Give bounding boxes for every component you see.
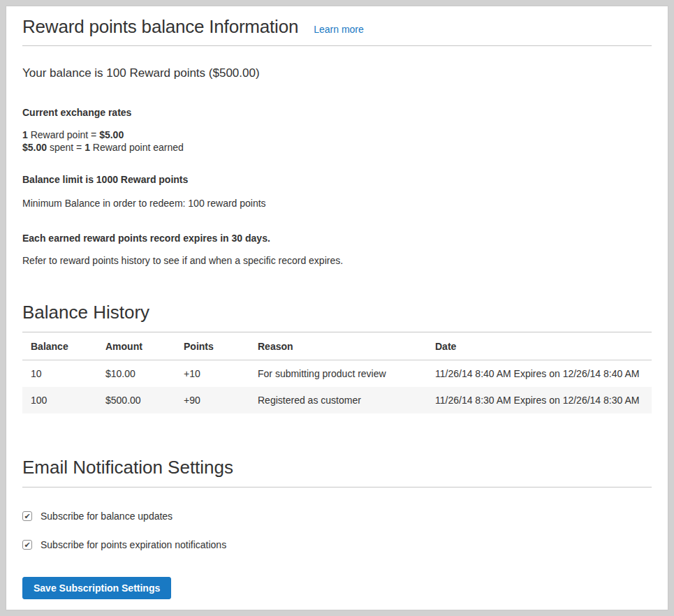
balance-history-title: Balance History bbox=[22, 302, 652, 332]
column-header-amount: Amount bbox=[97, 332, 175, 360]
table-cell: 10 bbox=[22, 360, 97, 388]
subscription-option-subscribe-for-points-expiration-notifications[interactable]: ✔Subscribe for points expiration notific… bbox=[22, 539, 652, 550]
page-background: { "colors": { "accent_blue": "#1979c3", … bbox=[0, 0, 674, 616]
save-subscription-button[interactable]: Save Subscription Settings bbox=[22, 577, 171, 599]
expiration-heading: Each earned reward points record expires… bbox=[22, 232, 652, 244]
table-row: 100$500.00+90Registered as customer11/26… bbox=[22, 387, 652, 413]
email-settings-title: Email Notification Settings bbox=[22, 457, 652, 487]
text-segment: $5.00 bbox=[99, 129, 124, 140]
checkbox-label: Subscribe for points expiration notifica… bbox=[41, 539, 226, 550]
checkbox-subscribe-for-points-expiration-notifications[interactable]: ✔ bbox=[22, 540, 32, 550]
table-cell: For submitting product review bbox=[249, 360, 427, 388]
reward-info-card: Reward points balance Information Learn … bbox=[6, 6, 668, 610]
exchange-rate-line: 1 Reward point = $5.00 bbox=[22, 129, 652, 141]
column-header-date: Date bbox=[427, 332, 652, 360]
text-segment: Reward point earned bbox=[90, 142, 184, 153]
balance-limit-text: Balance limit is 1000 Reward points bbox=[22, 173, 652, 186]
checkbox-label: Subscribe for balance updates bbox=[41, 511, 173, 522]
text-segment: $5.00 bbox=[22, 142, 47, 153]
notification-options: ✔Subscribe for balance updates✔Subscribe… bbox=[22, 511, 652, 550]
table-cell: Registered as customer bbox=[249, 387, 427, 413]
table-cell: 11/26/14 8:30 AM Expires on 12/26/14 8:3… bbox=[427, 387, 652, 413]
table-cell: $500.00 bbox=[97, 387, 175, 413]
table-body: 10$10.00+10For submitting product review… bbox=[22, 360, 652, 414]
table-cell: 11/26/14 8:40 AM Expires on 12/26/14 8:4… bbox=[427, 360, 652, 388]
table-header-row: BalanceAmountPointsReasonDate bbox=[22, 332, 652, 360]
table-header: BalanceAmountPointsReasonDate bbox=[22, 332, 652, 360]
learn-more-link[interactable]: Learn more bbox=[314, 24, 364, 35]
table-cell: +10 bbox=[175, 360, 249, 388]
expiration-note: Refer to reward points history to see if… bbox=[22, 254, 652, 267]
table-cell: 100 bbox=[22, 387, 97, 413]
header-divider bbox=[22, 45, 652, 46]
exchange-rate-line: $5.00 spent = 1 Reward point earned bbox=[22, 141, 652, 154]
table-row: 10$10.00+10For submitting product review… bbox=[22, 360, 652, 388]
text-segment: spent = bbox=[47, 142, 85, 153]
subscription-option-subscribe-for-balance-updates[interactable]: ✔Subscribe for balance updates bbox=[22, 511, 652, 522]
page-title: Reward points balance Information bbox=[22, 16, 298, 38]
exchange-rates-lines: 1 Reward point = $5.00 $5.00 spent = 1 R… bbox=[22, 129, 652, 154]
page-header: Reward points balance Information Learn … bbox=[22, 16, 652, 38]
minimum-balance-text: Minimum Balance in order to redeem: 100 … bbox=[22, 197, 652, 210]
checkbox-subscribe-for-balance-updates[interactable]: ✔ bbox=[22, 511, 32, 521]
balance-history-table: BalanceAmountPointsReasonDate 10$10.00+1… bbox=[22, 332, 652, 413]
column-header-balance: Balance bbox=[22, 332, 97, 360]
text-segment: 1 bbox=[22, 129, 28, 140]
column-header-points: Points bbox=[175, 332, 249, 360]
text-segment: 1 bbox=[85, 142, 90, 153]
text-segment: Reward point = bbox=[28, 129, 99, 140]
table-cell: $10.00 bbox=[97, 360, 175, 388]
exchange-rates-heading: Current exchange rates bbox=[22, 106, 652, 119]
balance-summary-text: Your balance is 100 Reward points ($500.… bbox=[22, 66, 652, 80]
table-cell: +90 bbox=[175, 387, 249, 413]
column-header-reason: Reason bbox=[249, 332, 427, 360]
